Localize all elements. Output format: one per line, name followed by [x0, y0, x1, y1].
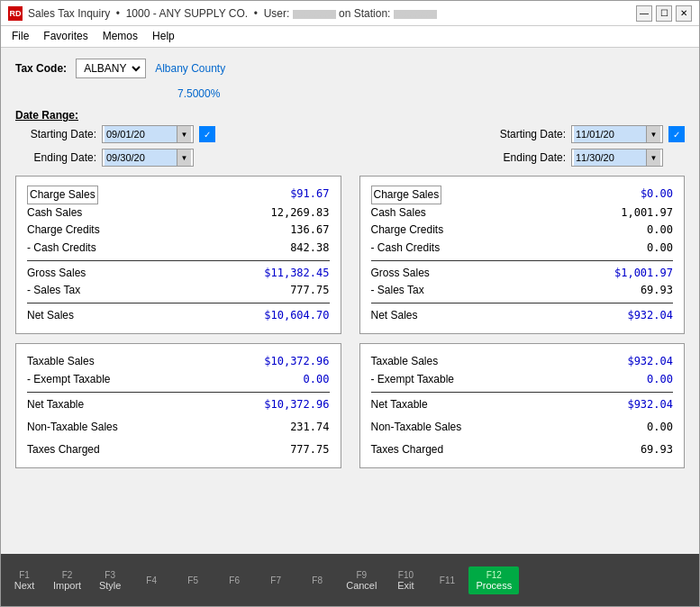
right-starting-date-row: Starting Date: ▼ ✓	[485, 125, 685, 143]
tax-rate: 7.5000%	[177, 87, 220, 100]
left-starting-date-input[interactable]: ▼	[102, 125, 194, 143]
f11-key[interactable]: F11	[427, 572, 467, 589]
left-ending-date-label: Ending Date:	[15, 151, 96, 164]
left-starting-date-dropdown[interactable]: ▼	[177, 126, 191, 142]
right-starting-date-field[interactable]	[574, 126, 646, 142]
left-ending-date-dropdown[interactable]: ▼	[177, 149, 191, 166]
left-non-taxable-label: Non-Taxable Sales	[27, 419, 118, 436]
f9-key[interactable]: F9 Cancel	[339, 566, 384, 594]
f10-label: Exit	[397, 580, 414, 591]
date-range-label: Date Range:	[15, 109, 685, 122]
date-rows: Starting Date: ▼ ✓ Ending Date: ▼	[15, 125, 685, 167]
f12-label: Process	[476, 580, 512, 591]
left-box2: Taxable Sales $10,372.96 - Exempt Taxabl…	[15, 343, 341, 468]
f6-num: F6	[229, 575, 240, 585]
right-charge-credits-value: 0.00	[647, 222, 673, 239]
f2-key[interactable]: F2 Import	[46, 566, 88, 594]
right-box2: Taxable Sales $932.04 - Exempt Taxable 0…	[359, 343, 686, 468]
right-taxes-charged-row: Taxes Charged 69.93	[371, 441, 674, 458]
left-non-taxable-value: 231.74	[290, 419, 329, 436]
menu-bar: File Favorites Memos Help	[1, 26, 699, 48]
left-cash-credits-label: - Cash Credits	[27, 240, 96, 257]
close-button[interactable]: ✕	[676, 5, 692, 22]
right-box1: Charge Sales $0.00 Cash Sales 1,001.97 C…	[359, 176, 686, 334]
right-starting-date-label: Starting Date:	[485, 128, 566, 140]
left-charge-sales-label: Charge Sales	[27, 186, 98, 204]
content-area: Tax Code: ALBANY Albany County 7.5000% D…	[1, 48, 699, 554]
left-sales-tax-value: 777.75	[290, 282, 329, 299]
right-cash-credits-value: 0.00	[647, 240, 673, 257]
f12-num: F12	[486, 570, 502, 580]
tax-code-select[interactable]: ALBANY	[76, 59, 146, 78]
right-cash-sales-value: 1,001.97	[621, 204, 673, 222]
f9-label: Cancel	[346, 580, 377, 591]
left-gross-sales-value: $11,382.45	[264, 265, 329, 282]
f10-key[interactable]: F10 Exit	[386, 566, 425, 594]
left-ending-date-input[interactable]: ▼	[102, 149, 194, 167]
right-exempt-taxable-label: - Exempt Taxable	[371, 371, 455, 388]
right-taxable-sales-label: Taxable Sales	[371, 353, 439, 370]
f6-key[interactable]: F6	[214, 572, 254, 589]
menu-memos[interactable]: Memos	[95, 28, 145, 45]
right-charge-credits-label: Charge Credits	[371, 222, 444, 239]
f3-key[interactable]: F3 Style	[90, 566, 130, 594]
right-box1-divider2	[371, 303, 674, 304]
f8-key[interactable]: F8	[297, 572, 337, 589]
left-net-sales-value: $10,604.70	[264, 307, 329, 324]
right-net-sales-row: Net Sales $932.04	[371, 307, 674, 324]
right-sales-tax-label: - Sales Tax	[371, 282, 424, 299]
left-starting-date-label: Starting Date:	[15, 128, 96, 140]
right-starting-date-dropdown[interactable]: ▼	[646, 126, 660, 142]
right-starting-date-input[interactable]: ▼	[571, 125, 663, 143]
left-sales-tax-row: - Sales Tax 777.75	[27, 282, 330, 299]
left-box2-divider1	[27, 392, 330, 393]
left-charge-credits-value: 136.67	[290, 222, 329, 239]
right-sales-tax-row: - Sales Tax 69.93	[371, 282, 674, 299]
right-taxable-sales-value: $932.04	[627, 353, 673, 370]
maximize-button[interactable]: ☐	[656, 5, 672, 22]
left-starting-date-row: Starting Date: ▼ ✓	[15, 125, 215, 143]
right-non-taxable-value: 0.00	[647, 419, 673, 436]
left-charge-sales-row: Charge Sales $91.67	[27, 186, 330, 204]
f10-num: F10	[398, 570, 414, 580]
f5-key[interactable]: F5	[173, 572, 213, 589]
tax-code-label: Tax Code:	[15, 62, 67, 75]
f3-num: F3	[105, 570, 115, 580]
f7-key[interactable]: F7	[256, 572, 295, 589]
left-cash-credits-value: 842.38	[290, 240, 329, 257]
right-ending-date-dropdown[interactable]: ▼	[646, 149, 660, 166]
left-net-taxable-label: Net Taxable	[27, 396, 84, 413]
right-gross-sales-value: $1,001.97	[614, 265, 673, 282]
left-starting-date-field[interactable]	[105, 126, 177, 142]
tax-code-dropdown[interactable]: ALBANY	[78, 61, 143, 76]
f9-num: F9	[356, 570, 367, 580]
right-charge-sales-label: Charge Sales	[371, 186, 442, 204]
menu-favorites[interactable]: Favorites	[36, 28, 95, 45]
left-exempt-taxable-row: - Exempt Taxable 0.00	[27, 371, 330, 388]
title-text: Sales Tax Inquiry • 1000 - ANY SUPPLY CO…	[28, 7, 636, 20]
f4-key[interactable]: F4	[132, 572, 171, 589]
right-net-taxable-label: Net Taxable	[371, 396, 428, 413]
f1-key[interactable]: F1 Next	[5, 566, 44, 594]
minimize-button[interactable]: —	[636, 5, 652, 22]
f2-label: Import	[53, 580, 81, 591]
left-taxable-sales-value: $10,372.96	[264, 353, 329, 370]
right-starting-date-check[interactable]: ✓	[668, 126, 685, 142]
left-starting-date-check[interactable]: ✓	[199, 126, 215, 142]
right-net-sales-value: $932.04	[627, 307, 673, 324]
left-taxable-sales-row: Taxable Sales $10,372.96	[27, 353, 330, 370]
f2-num: F2	[62, 570, 73, 580]
left-net-sales-label: Net Sales	[27, 307, 74, 324]
menu-file[interactable]: File	[5, 28, 36, 45]
left-ending-date-field[interactable]	[105, 149, 177, 166]
menu-help[interactable]: Help	[145, 28, 182, 45]
right-data-panel: Charge Sales $0.00 Cash Sales 1,001.97 C…	[359, 176, 686, 543]
status-bar: F1 Next F2 Import F3 Style F4 F5 F6 F7 F…	[1, 554, 699, 606]
right-date-column: Starting Date: ▼ ✓ Ending Date: ▼	[485, 125, 685, 167]
f12-key[interactable]: F12 Process	[468, 566, 519, 594]
right-charge-sales-row: Charge Sales $0.00	[371, 186, 674, 204]
right-non-taxable-label: Non-Taxable Sales	[371, 419, 462, 436]
left-net-taxable-row: Net Taxable $10,372.96	[27, 396, 330, 413]
right-ending-date-field[interactable]	[574, 149, 646, 166]
right-ending-date-input[interactable]: ▼	[571, 149, 663, 167]
